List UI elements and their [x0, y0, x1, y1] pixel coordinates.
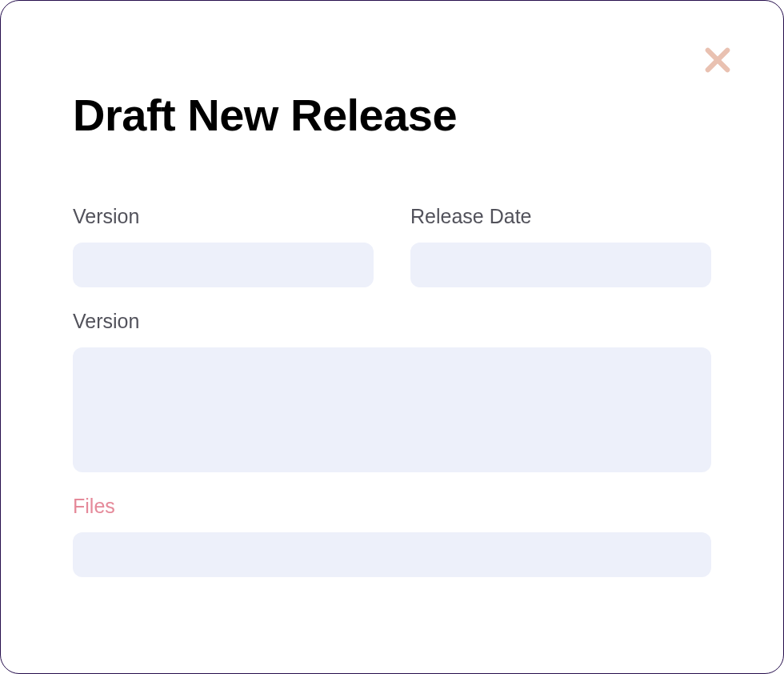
- close-icon: [701, 43, 734, 77]
- version-field-group: Version: [73, 205, 374, 287]
- modal-content: Draft New Release Version Release Date V…: [1, 1, 783, 577]
- version-label: Version: [73, 205, 374, 228]
- files-label: Files: [73, 495, 711, 518]
- description-textarea[interactable]: [73, 347, 711, 472]
- form-row: Version Release Date: [73, 205, 711, 287]
- version-input[interactable]: [73, 243, 374, 287]
- modal-title: Draft New Release: [73, 89, 711, 141]
- close-button[interactable]: [698, 41, 737, 79]
- release-date-input[interactable]: [410, 243, 711, 287]
- files-input[interactable]: [73, 532, 711, 577]
- release-date-label: Release Date: [410, 205, 711, 228]
- description-field-group: Version: [73, 310, 711, 472]
- release-date-field-group: Release Date: [410, 205, 711, 287]
- files-field-group: Files: [73, 495, 711, 577]
- description-label: Version: [73, 310, 711, 333]
- draft-release-modal: Draft New Release Version Release Date V…: [0, 0, 784, 674]
